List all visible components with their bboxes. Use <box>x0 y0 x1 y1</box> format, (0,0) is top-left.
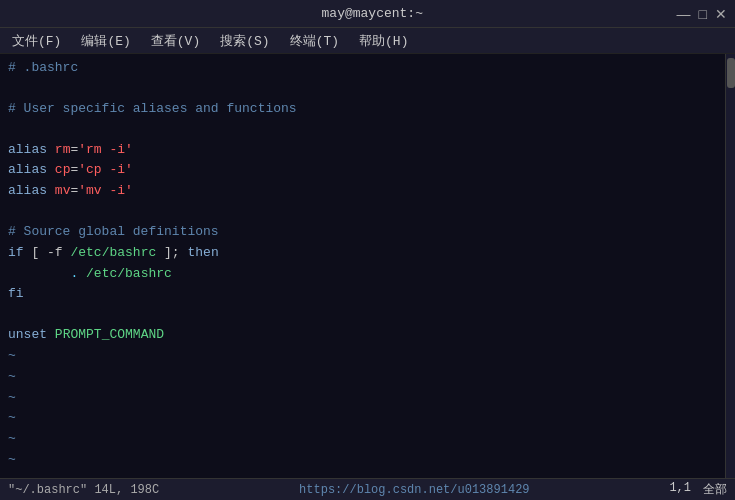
line-2 <box>8 79 717 99</box>
close-button[interactable]: ✕ <box>715 7 727 21</box>
maximize-button[interactable]: □ <box>699 7 707 21</box>
line-1: # .bashrc <box>8 58 717 79</box>
line-13 <box>8 305 717 325</box>
editor-content[interactable]: # .bashrc # User specific aliases and fu… <box>0 54 725 478</box>
menu-search[interactable]: 搜索(S) <box>212 30 277 52</box>
menu-terminal[interactable]: 终端(T) <box>282 30 347 52</box>
tilde-7: ~ <box>8 471 717 478</box>
menu-edit[interactable]: 编辑(E) <box>73 30 138 52</box>
titlebar: may@maycent:~ — □ ✕ <box>0 0 735 28</box>
menu-file[interactable]: 文件(F) <box>4 30 69 52</box>
line-7: alias mv='mv -i' <box>8 181 717 202</box>
line-11: . /etc/bashrc <box>8 264 717 285</box>
line-10: if [ -f /etc/bashrc ]; then <box>8 243 717 264</box>
scrollbar[interactable] <box>725 54 735 478</box>
line-6: alias cp='cp -i' <box>8 160 717 181</box>
line-5: alias rm='rm -i' <box>8 140 717 161</box>
statusbar-all: 全部 <box>703 481 727 498</box>
statusbar-url: https://blog.csdn.net/u013891429 <box>299 483 529 497</box>
line-8 <box>8 202 717 222</box>
tilde-3: ~ <box>8 388 717 409</box>
statusbar-filename: "~/.bashrc" 14L, 198C <box>8 483 159 497</box>
menu-help[interactable]: 帮助(H) <box>351 30 416 52</box>
statusbar-position: 1,1 <box>669 481 691 498</box>
line-14: unset PROMPT_COMMAND <box>8 325 717 346</box>
line-12: fi <box>8 284 717 305</box>
line-3: # User specific aliases and functions <box>8 99 717 120</box>
line-9: # Source global definitions <box>8 222 717 243</box>
tilde-4: ~ <box>8 408 717 429</box>
tilde-6: ~ <box>8 450 717 471</box>
statusbar: "~/.bashrc" 14L, 198C https://blog.csdn.… <box>0 478 735 500</box>
tilde-5: ~ <box>8 429 717 450</box>
line-4 <box>8 120 717 140</box>
menubar: 文件(F) 编辑(E) 查看(V) 搜索(S) 终端(T) 帮助(H) <box>0 28 735 54</box>
terminal-window: may@maycent:~ — □ ✕ 文件(F) 编辑(E) 查看(V) 搜索… <box>0 0 735 500</box>
window-controls[interactable]: — □ ✕ <box>677 7 727 21</box>
tilde-1: ~ <box>8 346 717 367</box>
menu-view[interactable]: 查看(V) <box>143 30 208 52</box>
editor-area: # .bashrc # User specific aliases and fu… <box>0 54 735 478</box>
minimize-button[interactable]: — <box>677 7 691 21</box>
scrollbar-thumb[interactable] <box>727 58 735 88</box>
window-title: may@maycent:~ <box>68 6 677 21</box>
tilde-2: ~ <box>8 367 717 388</box>
